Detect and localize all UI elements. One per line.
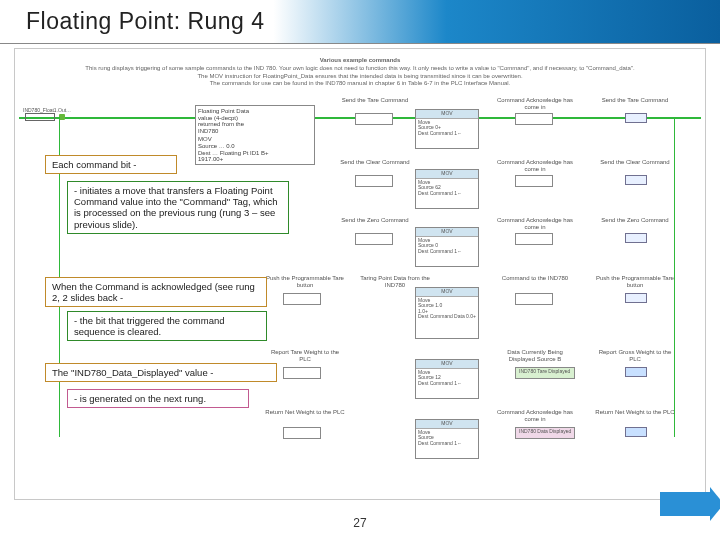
contact-box: [515, 175, 553, 187]
mov-hdr: MOV: [416, 110, 478, 119]
mov-box-3: MOV Move Source 0 Dest Command 1←: [415, 227, 479, 267]
cap-cmd-to-4: Command to the IND780: [495, 275, 575, 282]
cap-prog-tare: Push the Programmable Tare button: [265, 275, 345, 288]
equ-lbl: IND780 Tare Displayed: [519, 369, 570, 375]
mov-box-5: MOV MoveSource 12Dest Command 1←: [415, 359, 479, 399]
slide: Floating Point: Rung 4 Various example c…: [0, 0, 720, 540]
contact-box: [355, 113, 393, 125]
bg-sub2: The MOV instruction for FloatingPoint_Da…: [50, 73, 671, 81]
fp-l3: returned from the: [198, 121, 312, 128]
annotation-bit-cleared: - the bit that triggered the command seq…: [67, 311, 267, 341]
contact-box: [283, 293, 321, 305]
bg-header-title: Various example commands: [50, 57, 671, 65]
cap-send-zero-r: Send the Zero Command: [595, 217, 675, 224]
cap-cmd-ack-3: Command Acknowledge has come in: [495, 217, 575, 230]
annotation-next-rung: - is generated on the next rung.: [67, 389, 249, 408]
slide-title: Floating Point: Rung 4: [26, 8, 265, 35]
contact-box: [355, 175, 393, 187]
cap-send-tare-r: Send the Tare Command: [595, 97, 675, 104]
cap-disp-tare: Report Tare Weight to the PLC: [265, 349, 345, 362]
cap-ret-net-r: Return Net Weight to the PLC: [595, 409, 675, 416]
contact-box: [515, 113, 553, 125]
cap-send-clear: Send the Clear Command: [335, 159, 415, 166]
cap-prog-tare-r: Push the Programmable Tare button: [595, 275, 675, 288]
cap-send-zero: Send the Zero Command: [335, 217, 415, 224]
cap-cmd-ack-6: Command Acknowledge has come in: [495, 409, 575, 422]
mov-dest: Dest: [418, 248, 428, 254]
ladder-diagram-background: Various example commands This rung displ…: [15, 49, 705, 499]
cap-ret-net: Return Net Weight to the PLC: [265, 409, 345, 416]
cap-rep-gross-5: Report Gross Weight to the PLC: [595, 349, 675, 362]
mov-cmd: Command: [430, 190, 453, 196]
mov-hdr: MOV: [416, 288, 478, 297]
bg-sub3: The commands for use can be found in the…: [50, 80, 671, 88]
coil-box: [625, 427, 647, 437]
bg-sub1: This rung displays triggering of some sa…: [50, 65, 671, 73]
cap-cmd-ack-1: Command Acknowledge has come in: [495, 97, 575, 110]
contact-box: [283, 367, 321, 379]
contact-box: [515, 233, 553, 245]
annotation-cmd-bit: Each command bit -: [45, 155, 177, 174]
cap-send-tare: Send the Tare Command: [335, 97, 415, 104]
mov-box-6: MOV MoveSourceDest Command 1←: [415, 419, 479, 459]
contact-icon: [25, 113, 55, 121]
contact-box: [355, 233, 393, 245]
mov-box-4: MOV MoveSource 1.01.0+Dest Command Data …: [415, 287, 479, 339]
contact-box: [515, 293, 553, 305]
coil-box: [625, 293, 647, 303]
mov-cmd: Command: [430, 380, 453, 386]
mov-cmd: Command: [430, 130, 453, 136]
coil-box: [625, 175, 647, 185]
mov-hdr: MOV: [416, 228, 478, 237]
cmd-data: Dest Command Data 0.0+: [418, 313, 476, 319]
fp-l4: IND780: [198, 128, 312, 135]
coil-box: [625, 233, 647, 243]
annotation-data-displayed: The "IND780_Data_Displayed" value -: [45, 363, 277, 382]
cap-data-curr-5: Data Currently Being Displayed Source B: [495, 349, 575, 362]
fp-l2: value (4-decpt): [198, 115, 312, 122]
fp-l1: Floating Point Data: [198, 108, 312, 115]
content-area: Various example commands This rung displ…: [14, 48, 706, 500]
mov-hdr: MOV: [416, 420, 478, 429]
mov-cmd: Command: [430, 248, 453, 254]
title-bar: Floating Point: Rung 4: [0, 0, 720, 44]
ind-disp: IND780 Data Displayed: [519, 429, 571, 435]
page-number: 27: [0, 516, 720, 530]
coil-box: [625, 113, 647, 123]
mov-hdr: MOV: [416, 170, 478, 179]
mov-box-1: MOV Move Source 0+ Dest Command 1←: [415, 109, 479, 149]
cap-cmd-ack-2: Command Acknowledge has come in: [495, 159, 575, 172]
mov-cmd: Command: [430, 440, 453, 446]
next-arrow-icon[interactable]: [660, 492, 710, 516]
bg-header: Various example commands This rung displ…: [50, 57, 671, 88]
contact-box: [283, 427, 321, 439]
annotation-initiates-move: - initiates a move that transfers a Floa…: [67, 181, 289, 234]
coil-box: [625, 367, 647, 377]
mov-dest: Dest: [418, 190, 428, 196]
cap-send-clear-r: Send the Clear Command: [595, 159, 675, 166]
mov-dest: Dest: [418, 130, 428, 136]
mov-box-2: MOV Move Source 62 Dest Command 1←: [415, 169, 479, 209]
fp-data-box: Floating Point Data value (4-decpt) retu…: [195, 105, 315, 165]
mov-hdr: MOV: [416, 360, 478, 369]
annotation-when-ack: When the Command is acknowledged (see ru…: [45, 277, 267, 307]
right-rail: [674, 117, 675, 437]
